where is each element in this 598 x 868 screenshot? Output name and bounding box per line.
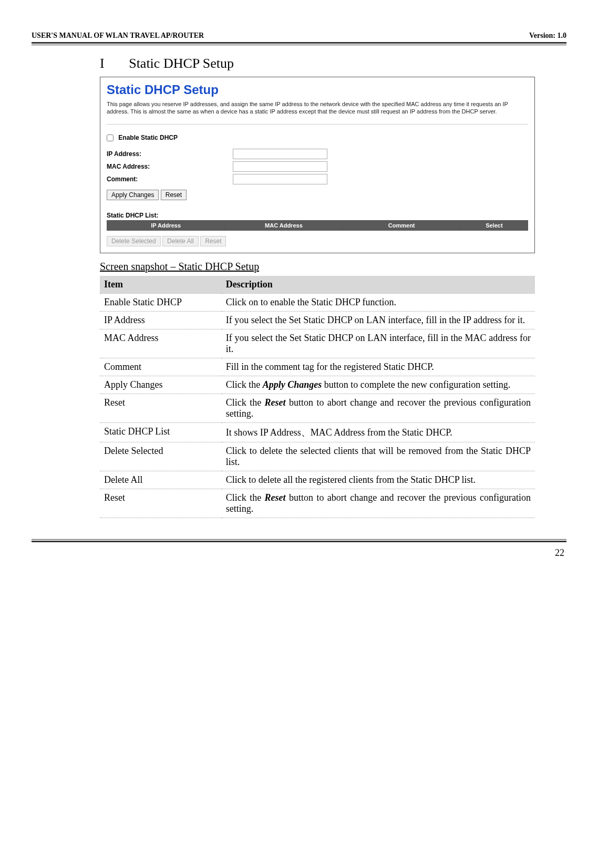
item-cell: Delete All (100, 471, 222, 489)
item-cell: MAC Address (100, 329, 222, 358)
section-heading: I Static DHCP Setup (100, 56, 535, 71)
enable-static-dhcp-checkbox[interactable] (107, 135, 114, 141)
col-ip: IP Address (107, 220, 225, 230)
item-cell: Apply Changes (100, 376, 222, 394)
table-row: ResetClick the Reset button to abort cha… (100, 394, 535, 422)
col-header-description: Description (222, 276, 535, 294)
col-mac: MAC Address (225, 220, 343, 230)
table-row: Delete SelectedClick to delete the selec… (100, 442, 535, 471)
description-cell: If you select the Set Static DHCP on LAN… (222, 329, 535, 358)
description-cell: Click the Reset button to abort change a… (222, 394, 535, 422)
section-roman: I (100, 56, 105, 71)
reset-button[interactable]: Reset (161, 190, 187, 200)
table-row: Enable Static DHCPClick on to enable the… (100, 293, 535, 311)
item-cell: Reset (100, 489, 222, 518)
col-header-item: Item (100, 276, 222, 294)
header-left: USER'S MANUAL OF WLAN TRAVEL AP/ROUTER (32, 32, 204, 40)
table-row: Static DHCP ListIt shows IP Address、MAC … (100, 422, 535, 442)
ip-address-input[interactable] (233, 149, 327, 159)
table-row: ResetClick the Reset button to abort cha… (100, 489, 535, 518)
description-cell: It shows IP Address、MAC Address from the… (222, 422, 535, 442)
item-cell: Static DHCP List (100, 422, 222, 442)
comment-label: Comment: (107, 175, 233, 183)
item-cell: Delete Selected (100, 442, 222, 471)
table-row: Apply ChangesClick the Apply Changes but… (100, 376, 535, 394)
description-cell: If you select the Set Static DHCP on LAN… (222, 311, 535, 329)
ip-address-label: IP Address: (107, 150, 233, 158)
table-row: IP AddressIf you select the Set Static D… (100, 311, 535, 329)
description-cell: Click the Apply Changes button to comple… (222, 376, 535, 394)
screenshot-description: This page allows you reserve IP addresse… (107, 100, 528, 116)
item-cell: Comment (100, 358, 222, 376)
table-row: MAC AddressIf you select the Set Static … (100, 329, 535, 358)
description-table: Item Description Enable Static DHCPClick… (100, 276, 535, 518)
description-cell: Click to delete all the registered clien… (222, 471, 535, 489)
reset-list-button[interactable]: Reset (200, 236, 226, 246)
header-right: Version: 1.0 (529, 32, 566, 40)
static-dhcp-list-table: IP Address MAC Address Comment Select (107, 220, 528, 231)
header-divider (32, 42, 566, 45)
page-number: 22 (32, 547, 566, 559)
delete-selected-button[interactable]: Delete Selected (107, 236, 161, 246)
section-title-text: Static DHCP Setup (129, 56, 234, 71)
col-comment: Comment (343, 220, 460, 230)
description-cell: Fill in the comment tag for the register… (222, 358, 535, 376)
description-cell: Click the Reset button to abort change a… (222, 489, 535, 518)
item-cell: Reset (100, 394, 222, 422)
comment-input[interactable] (233, 174, 327, 184)
screenshot-panel: Static DHCP Setup This page allows you r… (100, 77, 535, 253)
screenshot-divider (107, 124, 528, 125)
footer-divider (32, 539, 566, 542)
table-row: Delete AllClick to delete all the regist… (100, 471, 535, 489)
screenshot-title: Static DHCP Setup (107, 82, 528, 97)
static-dhcp-list-title: Static DHCP List: (107, 212, 528, 219)
mac-address-label: MAC Address: (107, 163, 233, 170)
col-select: Select (460, 220, 528, 230)
screenshot-caption: Screen snapshot – Static DHCP Setup (100, 261, 535, 273)
enable-static-dhcp-label: Enable Static DHCP (118, 134, 178, 141)
item-cell: Enable Static DHCP (100, 293, 222, 311)
description-cell: Click on to enable the Static DHCP funct… (222, 293, 535, 311)
table-row: CommentFill in the comment tag for the r… (100, 358, 535, 376)
mac-address-input[interactable] (233, 161, 327, 172)
description-cell: Click to delete the selected clients tha… (222, 442, 535, 471)
item-cell: IP Address (100, 311, 222, 329)
page-header: USER'S MANUAL OF WLAN TRAVEL AP/ROUTER V… (32, 32, 566, 40)
apply-changes-button[interactable]: Apply Changes (107, 190, 159, 200)
delete-all-button[interactable]: Delete All (162, 236, 199, 246)
